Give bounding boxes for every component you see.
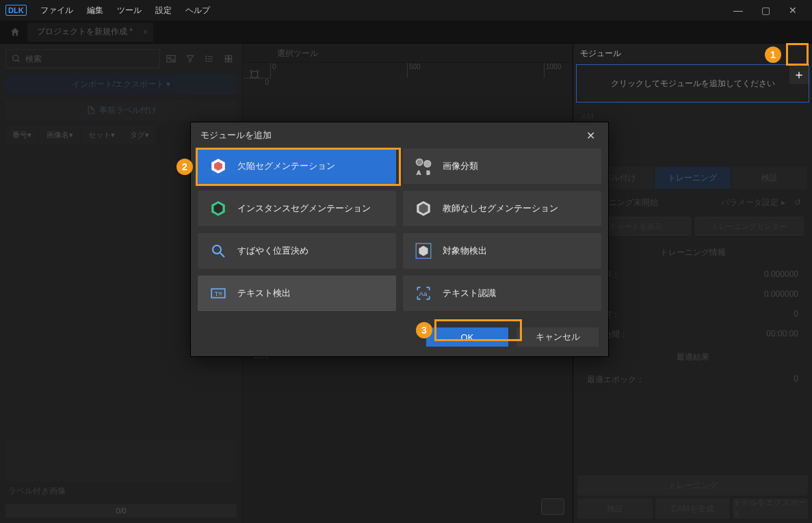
card-label: すばやく位置決め: [237, 245, 309, 257]
project-tab[interactable]: プロジェクトを新規作成 * ×: [27, 23, 153, 42]
card-text-detection[interactable]: T≡ テキスト検出: [198, 276, 396, 311]
text-detect-icon: T≡: [209, 284, 228, 303]
loss-value: 0.000000: [764, 289, 798, 301]
search-input[interactable]: 検索: [5, 49, 160, 68]
add-module-dialog: モジュールを追加 ✕ 欠陥セグメンテーション AB 画像分類 インスタンスセグメ…: [190, 122, 609, 357]
svg-text:T≡: T≡: [215, 290, 223, 297]
svg-point-21: [417, 159, 423, 165]
card-image-classification[interactable]: AB 画像分類: [403, 148, 601, 184]
train-button[interactable]: トレーニング: [577, 475, 808, 496]
svg-rect-13: [229, 59, 232, 62]
card-unsupervised-segmentation[interactable]: 教師なしセグメンテーション: [403, 191, 601, 226]
app-logo: DLK: [5, 5, 27, 16]
best-epoch-label: 最適エポック：: [587, 374, 644, 386]
col-tag[interactable]: タグ▾: [123, 126, 156, 144]
hexagon-gray-icon: [414, 199, 433, 218]
dialog-title: モジュールを追加: [200, 129, 272, 142]
menu-help[interactable]: ヘルプ: [185, 5, 210, 16]
card-label: 欠陥セグメンテーション: [237, 160, 335, 172]
svg-rect-12: [225, 59, 228, 62]
svg-point-29: [213, 245, 221, 254]
svg-point-14: [250, 70, 252, 72]
acc-value: 0: [794, 309, 798, 321]
prelabel-button[interactable]: 事前ラベル付け: [5, 100, 237, 120]
hexagon-blue-icon: [414, 241, 433, 260]
thumbnail-strip: [5, 440, 237, 481]
gencam-button[interactable]: CAMを生成: [655, 498, 731, 519]
ok-button[interactable]: OK: [426, 327, 508, 347]
training-panel: トレーニング未開始 パラメータ設定 ▸ ↺ チャートを表示 トレーニングセンター…: [577, 193, 808, 467]
svg-point-7: [206, 56, 207, 57]
svg-point-3: [169, 57, 171, 59]
home-icon[interactable]: [5, 23, 25, 42]
svg-marker-32: [419, 245, 428, 256]
tab-bar: プロジェクトを新規作成 * ×: [0, 21, 812, 44]
col-set[interactable]: セット▾: [81, 126, 122, 144]
filter-icon[interactable]: [182, 51, 198, 67]
svg-point-9: [206, 61, 207, 62]
list-icon[interactable]: [201, 51, 218, 67]
card-label: テキスト認識: [443, 287, 496, 299]
window-close-icon[interactable]: ✕: [779, 0, 807, 21]
dialog-close-icon[interactable]: ✕: [582, 129, 599, 142]
menu-edit[interactable]: 編集: [87, 5, 103, 16]
menu-bar: DLK ファイル 編集 ツール 設定 ヘルプ — ▢ ✕: [0, 0, 812, 21]
history-icon[interactable]: ↺: [794, 198, 801, 207]
tab-verify[interactable]: 検証: [732, 167, 807, 189]
window-maximize-icon[interactable]: ▢: [752, 0, 779, 21]
param-settings-link[interactable]: パラメータ設定 ▸: [721, 198, 785, 207]
hexagon-icon: [209, 157, 228, 176]
card-label: 画像分類: [443, 160, 478, 172]
right-footer: トレーニング 検証 CAMを生成 モデルをエクスポート: [573, 471, 812, 523]
training-info-title: トレーニング情報: [577, 240, 808, 265]
svg-text:A: A: [417, 170, 421, 175]
card-label: インスタンスセグメンテーション: [237, 202, 371, 215]
card-label: 対象物検出: [443, 245, 487, 257]
card-text-recognition[interactable]: Aa テキスト認識: [403, 276, 601, 311]
best-result-title: 最適結果: [577, 345, 808, 370]
verify-button[interactable]: 検証: [577, 498, 653, 519]
window-minimize-icon[interactable]: —: [724, 0, 752, 21]
svg-point-15: [257, 70, 259, 72]
pager: 0/0: [5, 504, 237, 518]
svg-rect-10: [225, 55, 228, 58]
cancel-button[interactable]: キャンセル: [516, 327, 599, 347]
card-label: 教師なしセグメンテーション: [443, 202, 558, 215]
card-label: テキスト検出: [237, 287, 291, 299]
menu-settings[interactable]: 設定: [155, 5, 172, 16]
grid-icon[interactable]: [220, 51, 237, 67]
select-tool-label: 選択ツール: [270, 44, 573, 62]
image-icon[interactable]: [163, 51, 179, 67]
col-imagename[interactable]: 画像名▾: [40, 126, 80, 144]
menu-tool[interactable]: ツール: [117, 5, 142, 16]
best-epoch-value: 0: [794, 374, 798, 386]
card-defect-segmentation[interactable]: 欠陥セグメンテーション: [198, 148, 396, 184]
add-module-hint: クリックしてモジュールを追加してください: [611, 78, 775, 90]
ruler-horizontal: 0 500 1000: [270, 63, 573, 78]
hidden-section-label: AM: [573, 108, 812, 126]
training-center-button[interactable]: トレーニングセンター: [695, 217, 804, 236]
add-module-plus-icon[interactable]: ＋: [789, 65, 809, 84]
svg-line-30: [220, 253, 224, 257]
menu-file[interactable]: ファイル: [40, 5, 73, 16]
card-fast-positioning[interactable]: すばやく位置決め: [198, 233, 396, 269]
card-instance-segmentation[interactable]: インスタンスセグメンテーション: [198, 191, 396, 226]
tab-close-icon[interactable]: ×: [143, 27, 148, 37]
export-model-button[interactable]: モデルをエクスポート: [733, 498, 808, 519]
add-module-box[interactable]: クリックしてモジュールを追加してください ＋: [576, 64, 809, 103]
text-recog-icon: Aa: [414, 284, 433, 303]
hexagon-green-icon: [209, 199, 228, 218]
labeled-images-label: ラベル付き画像: [5, 481, 237, 501]
keyboard-icon[interactable]: [541, 498, 564, 515]
ab-tool-icon: AB: [414, 157, 433, 176]
tab-training[interactable]: トレーニング: [655, 167, 730, 189]
callout-2: 2: [176, 159, 193, 175]
svg-line-1: [18, 60, 20, 62]
svg-text:Aa: Aa: [419, 290, 428, 297]
col-number[interactable]: 番号▾: [5, 126, 38, 144]
svg-point-0: [13, 55, 18, 61]
card-object-detection[interactable]: 対象物検出: [403, 233, 601, 269]
svg-text:B: B: [427, 170, 430, 175]
import-export-button[interactable]: インポート/エクスポート ▾: [5, 74, 237, 94]
magnifier-icon: [209, 241, 228, 260]
